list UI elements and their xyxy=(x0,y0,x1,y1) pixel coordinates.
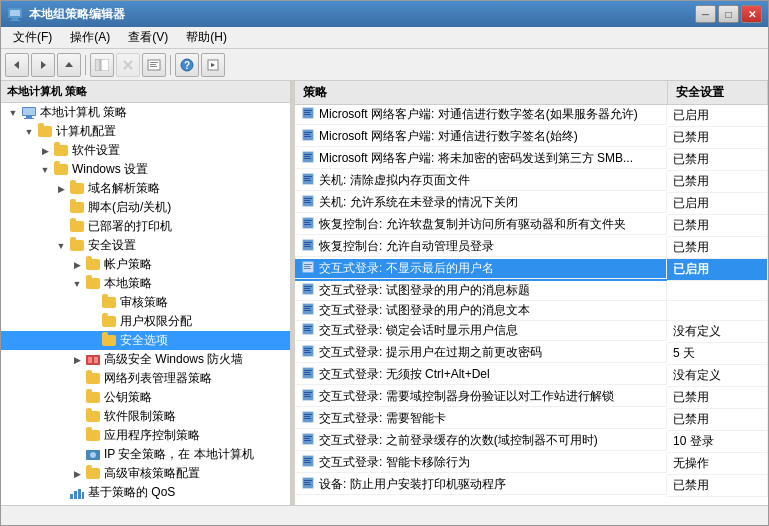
tree-item-sw[interactable]: ▶ 软件设置 xyxy=(1,141,290,160)
svg-rect-1 xyxy=(10,10,20,16)
tree-label-advaudit: 高级审核策略配置 xyxy=(104,465,200,482)
table-row[interactable]: 设备: 防止用户安装打印机驱动程序已禁用 xyxy=(295,475,768,497)
tree-item-local[interactable]: ▼ 本地策略 xyxy=(1,274,290,293)
tree-item-audit[interactable]: ▶ 审核策略 xyxy=(1,293,290,312)
table-row[interactable]: 交互式登录: 需要域控制器身份验证以对工作站进行解锁已禁用 xyxy=(295,387,768,409)
toggle-comp[interactable]: ▼ xyxy=(21,124,37,140)
policy-label: 恢复控制台: 允许自动管理员登录 xyxy=(319,238,494,255)
folder-icon-account xyxy=(85,257,101,273)
help-button[interactable]: ? xyxy=(175,53,199,77)
tree-item-pubkey[interactable]: ▶ 公钥策略 xyxy=(1,388,290,407)
toggle-sw[interactable]: ▶ xyxy=(37,143,53,159)
forward-button[interactable] xyxy=(31,53,55,77)
table-row[interactable]: 交互式登录: 不显示最后的用户名已启用 xyxy=(295,259,768,281)
policy-label: Microsoft 网络客户端: 对通信进行数字签名(始终) xyxy=(319,128,578,145)
svg-text:?: ? xyxy=(184,60,190,71)
title-bar-left: 本地组策略编辑器 xyxy=(7,6,125,23)
delete-button[interactable] xyxy=(116,53,140,77)
tree-item-dns[interactable]: ▶ 域名解析策略 xyxy=(1,179,290,198)
tree-item-secopts[interactable]: ▶ 安全选项 xyxy=(1,331,290,350)
show-hide-button[interactable] xyxy=(90,53,114,77)
menu-help[interactable]: 帮助(H) xyxy=(178,27,235,48)
menu-view[interactable]: 查看(V) xyxy=(120,27,176,48)
tree-item-firewall[interactable]: ▶ 高级安全 Windows 防火墙 xyxy=(1,350,290,369)
table-row[interactable]: Microsoft 网络客户端: 将未加密的密码发送到第三方 SMB...已禁用 xyxy=(295,149,768,171)
tree-item-script[interactable]: ▶ 脚本(启动/关机) xyxy=(1,198,290,217)
tree-item-applocker[interactable]: ▶ 应用程序控制策略 xyxy=(1,426,290,445)
folder-icon-sw xyxy=(53,143,69,159)
svg-rect-59 xyxy=(304,220,312,221)
toggle-local[interactable]: ▼ xyxy=(69,276,85,292)
tree-item-account[interactable]: ▶ 帐户策略 xyxy=(1,255,290,274)
table-row[interactable]: 交互式登录: 需要智能卡已禁用 xyxy=(295,409,768,431)
table-row[interactable]: 交互式登录: 之前登录缓存的次数(域控制器不可用时)10 登录 xyxy=(295,431,768,453)
toggle-security[interactable]: ▼ xyxy=(53,238,69,254)
table-row[interactable]: 恢复控制台: 允许自动管理员登录已禁用 xyxy=(295,237,768,259)
policy-label: 关机: 允许系统在未登录的情况下关闭 xyxy=(319,194,518,211)
svg-rect-100 xyxy=(304,394,310,395)
folder-icon-audit xyxy=(101,295,117,311)
table-row[interactable]: Microsoft 网络客户端: 对通信进行数字签名(始终)已禁用 xyxy=(295,127,768,149)
svg-rect-111 xyxy=(304,440,311,441)
svg-rect-65 xyxy=(304,244,310,245)
tree-item-qos[interactable]: ▶ 基于策略的 QoS xyxy=(1,483,290,502)
svg-rect-109 xyxy=(304,436,312,437)
policy-setting: 没有定义 xyxy=(667,365,767,387)
tree-header: 本地计算机 策略 xyxy=(1,81,290,103)
export-button[interactable] xyxy=(201,53,225,77)
table-row[interactable]: 交互式登录: 提示用户在过期之前更改密码5 天 xyxy=(295,343,768,365)
back-button[interactable] xyxy=(5,53,29,77)
toggle-firewall[interactable]: ▶ xyxy=(69,352,85,368)
svg-rect-25 xyxy=(94,357,98,363)
policy-setting: 已禁用 xyxy=(667,387,767,409)
svg-rect-24 xyxy=(88,357,92,363)
svg-rect-51 xyxy=(304,180,311,181)
menu-action[interactable]: 操作(A) xyxy=(62,27,118,48)
tree-item-advaudit[interactable]: ▶ 高级审核策略配置 xyxy=(1,464,290,483)
svg-marker-5 xyxy=(41,61,46,69)
up-button[interactable] xyxy=(57,53,81,77)
chart-icon-qos xyxy=(69,485,85,501)
svg-rect-50 xyxy=(304,178,310,179)
maximize-button[interactable]: □ xyxy=(718,5,739,23)
table-row[interactable]: 交互式登录: 试图登录的用户的消息文本 xyxy=(295,301,768,321)
table-row[interactable]: 关机: 允许系统在未登录的情况下关闭已启用 xyxy=(295,193,768,215)
toggle-win[interactable]: ▼ xyxy=(37,162,53,178)
table-row[interactable]: 交互式登录: 智能卡移除行为无操作 xyxy=(295,453,768,475)
policy-setting: 10 登录 xyxy=(667,431,767,453)
close-button[interactable]: ✕ xyxy=(741,5,762,23)
svg-rect-86 xyxy=(304,330,311,331)
svg-rect-13 xyxy=(150,64,156,65)
tree-item-security[interactable]: ▼ 安全设置 xyxy=(1,236,290,255)
minimize-button[interactable]: ─ xyxy=(695,5,716,23)
svg-rect-80 xyxy=(304,308,310,309)
table-row[interactable]: 关机: 清除虚拟内存页面文件已禁用 xyxy=(295,171,768,193)
tree-item-netlist[interactable]: ▶ 网络列表管理器策略 xyxy=(1,369,290,388)
svg-rect-31 xyxy=(82,492,84,499)
tree-item-root[interactable]: ▼ 本地计算机 策略 xyxy=(1,103,290,122)
tree-label-netlist: 网络列表管理器策略 xyxy=(104,370,212,387)
table-row[interactable]: 交互式登录: 锁定会话时显示用户信息没有定义 xyxy=(295,321,768,343)
table-row[interactable]: Microsoft 网络客户端: 对通信进行数字签名(如果服务器允许)已启用 xyxy=(295,105,768,127)
table-row[interactable]: 恢复控制台: 允许软盘复制并访问所有驱动器和所有文件夹已禁用 xyxy=(295,215,768,237)
tree-item-ipsec[interactable]: ▶ IP 安全策略，在 本地计算机 xyxy=(1,445,290,464)
folder-icon-printer xyxy=(69,219,85,235)
svg-rect-45 xyxy=(304,156,310,157)
properties-button[interactable] xyxy=(142,53,166,77)
toggle-dns[interactable]: ▶ xyxy=(53,181,69,197)
menu-file[interactable]: 文件(F) xyxy=(5,27,60,48)
table-row[interactable]: 交互式登录: 试图登录的用户的消息标题 xyxy=(295,281,768,301)
tree-item-win[interactable]: ▼ Windows 设置 xyxy=(1,160,290,179)
tree-item-comp[interactable]: ▼ 计算机配置 xyxy=(1,122,290,141)
table-row[interactable]: 交互式登录: 无须按 Ctrl+Alt+Del没有定义 xyxy=(295,365,768,387)
policy-label: 交互式登录: 不显示最后的用户名 xyxy=(319,260,494,277)
svg-rect-76 xyxy=(304,290,311,291)
toggle-account[interactable]: ▶ xyxy=(69,257,85,273)
toggle-advaudit[interactable]: ▶ xyxy=(69,466,85,482)
svg-rect-36 xyxy=(304,114,311,115)
tree-item-userrights[interactable]: ▶ 用户权限分配 xyxy=(1,312,290,331)
tree-item-printer[interactable]: ▶ 已部署的打印机 xyxy=(1,217,290,236)
toggle-root[interactable]: ▼ xyxy=(5,105,21,121)
svg-rect-2 xyxy=(12,18,18,20)
tree-item-swrestr[interactable]: ▶ 软件限制策略 xyxy=(1,407,290,426)
